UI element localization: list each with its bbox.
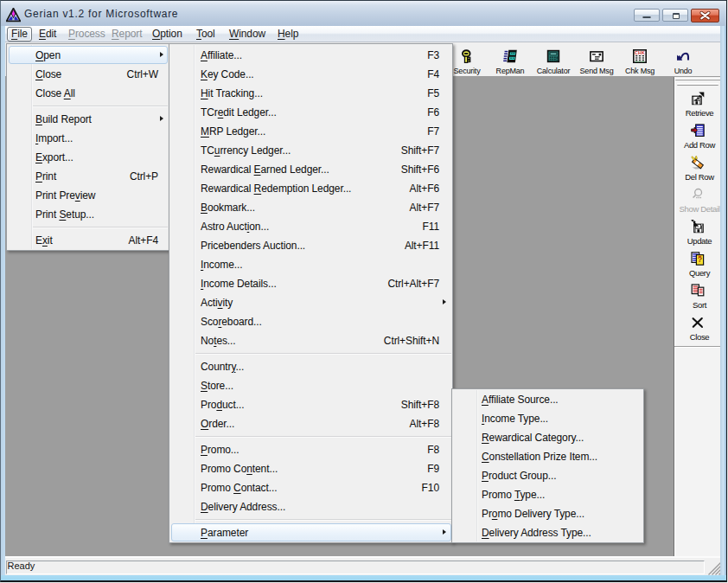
svg-text:CHK: CHK bbox=[635, 50, 645, 55]
svg-text:?: ? bbox=[697, 254, 702, 264]
